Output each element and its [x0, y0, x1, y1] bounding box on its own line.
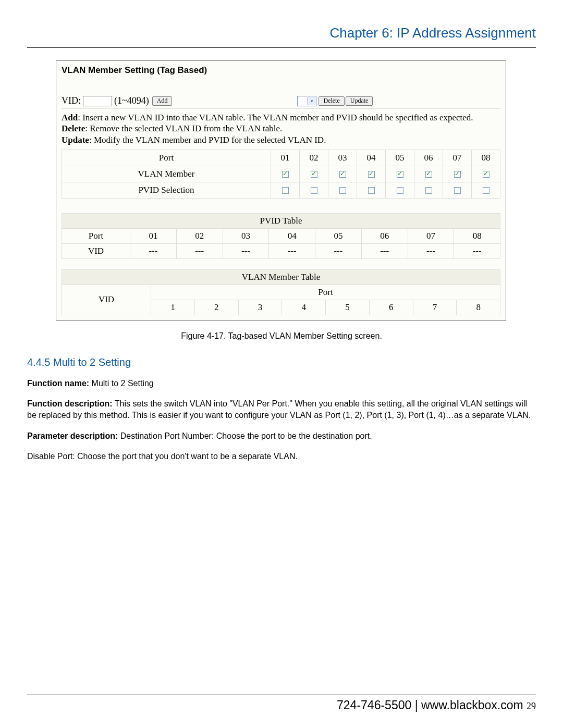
member-checkbox[interactable] — [282, 171, 289, 178]
figure-caption: Figure 4-17. Tag-based VLAN Member Setti… — [27, 331, 536, 341]
member-table: VLAN Member Table VID Port 1 2 3 4 5 6 7… — [62, 269, 500, 315]
function-name-para: Function name: Multi to 2 Setting — [27, 378, 536, 389]
help-delete-t: : Remove the selected VLAN ID from the V… — [85, 124, 282, 133]
pvid-checkbox[interactable] — [425, 187, 432, 194]
pvid-checkbox[interactable] — [282, 187, 289, 194]
pvid-checkbox[interactable] — [339, 187, 346, 194]
member-port-label: Port — [151, 285, 500, 300]
page-number: 29 — [527, 701, 536, 711]
update-button[interactable]: Update — [346, 96, 373, 106]
pd-label: Parameter description: — [27, 431, 118, 440]
help-text: Add: Insert a new VLAN ID into thae VLAN… — [62, 108, 500, 149]
member-port: 5 — [326, 300, 370, 315]
port-col: 02 — [300, 150, 328, 166]
pvid-port: 02 — [176, 228, 223, 243]
help-add-b: Add — [62, 113, 78, 122]
member-checkbox[interactable] — [368, 171, 375, 178]
member-port: 6 — [369, 300, 413, 315]
member-checkbox[interactable] — [397, 171, 403, 178]
pvid-checkbox[interactable] — [368, 187, 375, 194]
member-checkbox[interactable] — [311, 171, 317, 178]
vid-label: VID: — [62, 95, 83, 106]
port-table: Port 01 02 03 04 05 06 07 08 VLAN Member — [62, 150, 500, 199]
member-checkbox[interactable] — [339, 171, 346, 178]
help-update-b: Update — [62, 135, 89, 145]
port-col: 03 — [328, 150, 357, 166]
pvid-vid: --- — [408, 243, 454, 258]
function-desc-para: Function description: This sets the swit… — [27, 398, 536, 421]
panel-title: VLAN Member Setting (Tag Based) — [56, 61, 506, 94]
pd-value: Destination Port Number: Choose the port… — [118, 431, 372, 440]
vlan-panel: VLAN Member Setting (Tag Based) VID: (1~… — [56, 60, 506, 321]
port-col: 05 — [386, 150, 414, 166]
vid-row: VID: (1~4094) Add ▾ Delete Update — [62, 94, 500, 108]
vid-select[interactable]: ▾ — [297, 96, 316, 106]
help-add-t: : Insert a new VLAN ID into thae VLAN ta… — [78, 113, 473, 122]
member-port: 3 — [238, 300, 282, 315]
pvid-port: 01 — [130, 228, 177, 243]
pvid-table-header: PVID Table — [62, 213, 500, 228]
vid-input[interactable] — [83, 96, 112, 106]
pvid-vid: --- — [454, 243, 500, 258]
member-port: 7 — [413, 300, 457, 315]
port-col: 07 — [443, 150, 472, 166]
pvid-vid: --- — [361, 243, 408, 258]
vid-range: (1~4094) — [112, 95, 151, 106]
pvid-vid: --- — [176, 243, 223, 258]
member-port: 8 — [457, 300, 500, 315]
pvid-vid: --- — [223, 243, 269, 258]
chevron-down-icon: ▾ — [307, 97, 316, 105]
pvid-table: PVID Table Port 01 02 03 04 05 06 07 08 … — [62, 213, 500, 259]
pvid-port: 04 — [269, 228, 315, 243]
pvid-port: 06 — [361, 228, 408, 243]
pvid-checkbox[interactable] — [397, 187, 403, 194]
member-port: 4 — [282, 300, 326, 315]
pvid-checkbox[interactable] — [454, 187, 461, 194]
footer-url: www.blackbox.com — [421, 698, 523, 712]
port-col: 06 — [414, 150, 443, 166]
row-pvid-label: PVID Selection — [62, 182, 271, 198]
help-delete-b: Delete — [62, 124, 85, 133]
row-port-label: Port — [62, 150, 271, 166]
footer-phone: 724-746-5500 — [337, 698, 411, 712]
footer: 724-746-5500 | www.blackbox.com 29 — [27, 695, 536, 712]
parameter-desc-para: Parameter description: Destination Port … — [27, 430, 536, 442]
pvid-vid: --- — [315, 243, 362, 258]
pvid-vid: --- — [130, 243, 177, 258]
delete-button[interactable]: Delete — [319, 96, 344, 106]
pvid-port-label: Port — [62, 228, 130, 243]
chapter-title: Chapter 6: IP Address Assignment — [27, 25, 536, 41]
port-col: 08 — [472, 150, 500, 166]
fd-label: Function description: — [27, 399, 113, 408]
member-checkbox[interactable] — [454, 171, 461, 178]
row-member-label: VLAN Member — [62, 166, 271, 182]
member-checkbox[interactable] — [483, 171, 489, 178]
pvid-checkbox[interactable] — [483, 187, 489, 194]
pvid-port: 08 — [454, 228, 500, 243]
member-port: 2 — [194, 300, 238, 315]
member-table-header: VLAN Member Table — [62, 269, 500, 285]
add-button[interactable]: Add — [152, 96, 173, 106]
port-col: 01 — [271, 150, 300, 166]
header-rule — [27, 47, 536, 48]
port-col: 04 — [357, 150, 386, 166]
member-port: 1 — [151, 300, 195, 315]
pvid-port: 03 — [223, 228, 269, 243]
fn-value: Multi to 2 Setting — [89, 379, 154, 388]
disable-port-para: Disable Port: Choose the port that you d… — [27, 451, 536, 462]
footer-sep: | — [411, 698, 421, 712]
fn-label: Function name: — [27, 379, 89, 388]
help-update-t: : Modify the VLAN member and PVID for th… — [89, 135, 326, 145]
member-vid-label: VID — [62, 285, 151, 315]
pvid-checkbox[interactable] — [311, 187, 317, 194]
pvid-port: 07 — [408, 228, 454, 243]
section-heading: 4.4.5 Multi to 2 Setting — [27, 356, 536, 368]
member-checkbox[interactable] — [425, 171, 432, 178]
pvid-port: 05 — [315, 228, 362, 243]
pvid-vid: --- — [269, 243, 315, 258]
pvid-vid-label: VID — [62, 243, 130, 258]
